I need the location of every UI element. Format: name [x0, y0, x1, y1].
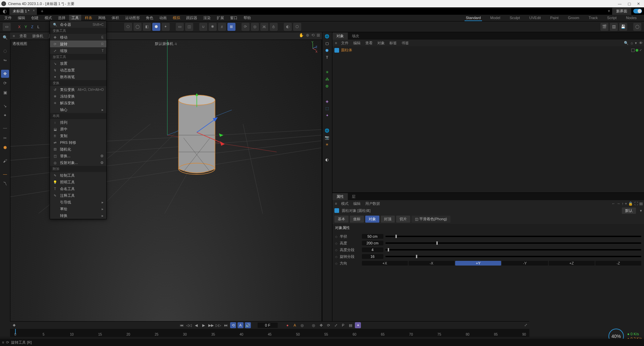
- tl-prev-key-icon[interactable]: ◁◁: [186, 322, 192, 328]
- menu-item[interactable]: ⬓居中: [50, 126, 106, 132]
- menu-volume[interactable]: 体积: [109, 15, 121, 21]
- tl-key-icon[interactable]: ◎: [299, 322, 305, 328]
- mode-script[interactable]: Script: [606, 15, 618, 21]
- mode-sculpt[interactable]: Sculpt: [508, 15, 521, 21]
- mode-nodes[interactable]: Nodes: [625, 15, 638, 21]
- menu-window[interactable]: 窗口: [228, 15, 240, 21]
- attr-menu-mode[interactable]: 模式: [339, 200, 351, 207]
- tl-step-back-icon[interactable]: ◀: [193, 322, 199, 328]
- polygon-tool-icon[interactable]: ⬢: [1, 143, 9, 152]
- mode-model[interactable]: Model: [489, 15, 501, 21]
- object-visibility-dot[interactable]: [636, 49, 638, 52]
- mode-track[interactable]: Track: [587, 15, 599, 21]
- palette-square-icon[interactable]: ▢: [325, 41, 329, 46]
- menu-item[interactable]: ✥移动E: [50, 34, 106, 41]
- attr-nav-menu-icon[interactable]: ▤: [639, 201, 643, 206]
- attr-tab-coord[interactable]: 坐标: [350, 216, 364, 223]
- palette-cube-icon[interactable]: ⬢: [325, 48, 329, 53]
- obj-menu-bookmarks[interactable]: 书签: [399, 40, 411, 46]
- tl-opt6-icon[interactable]: ▤: [347, 322, 354, 328]
- menu-mograph[interactable]: 运动图形: [123, 15, 142, 21]
- menu-item[interactable]: ✦散布画笔: [50, 73, 106, 80]
- menu-item[interactable]: ↺复位变换Alt+O, Ctrl+Alt+O: [50, 86, 106, 93]
- tl-goto-end-icon[interactable]: ⏭: [223, 322, 229, 328]
- menu-simulate[interactable]: 模拟: [170, 15, 182, 21]
- palette-effector-icon[interactable]: ✳: [326, 70, 329, 74]
- attr-nav-lock-icon[interactable]: 🔒: [628, 201, 633, 206]
- menu-item[interactable]: ↯动态放置: [50, 67, 106, 73]
- tab-takes[interactable]: 场次: [348, 33, 363, 40]
- menu-edit[interactable]: 编辑: [15, 15, 28, 21]
- vp-pan-icon[interactable]: ✋: [299, 33, 304, 38]
- timeline-key-icon[interactable]: ◆: [13, 323, 15, 327]
- height-input[interactable]: 200 cm: [362, 241, 383, 245]
- attr-tab-phong[interactable]: ◫ 平滑着色(Phong): [412, 216, 450, 223]
- tl-next-key-icon[interactable]: ▷▷: [215, 322, 221, 328]
- object-tree[interactable]: 圆柱体 ✓: [332, 46, 644, 192]
- attr-nav-target-icon[interactable]: ⌖: [625, 201, 627, 206]
- close-button[interactable]: ✕: [637, 2, 640, 6]
- object-tree-node[interactable]: 圆柱体 ✓: [334, 48, 642, 53]
- menu-item[interactable]: 轴心▸: [50, 106, 106, 113]
- obj-search-icon[interactable]: 🔍: [624, 41, 629, 45]
- vp-menu-camera[interactable]: 摄像机: [30, 33, 45, 39]
- direction-button[interactable]: +Y: [455, 261, 501, 266]
- axis-x-label[interactable]: X: [17, 25, 22, 29]
- tool-f-icon[interactable]: ⬡: [293, 23, 301, 31]
- objects-burger-icon[interactable]: ≡: [334, 41, 338, 45]
- menu-extensions[interactable]: 扩展: [214, 15, 226, 21]
- tl-settings-icon[interactable]: ✦: [355, 322, 361, 328]
- menu-spline[interactable]: 样条: [83, 15, 95, 21]
- snap-3-icon[interactable]: #: [218, 23, 226, 31]
- tl-play-icon[interactable]: ▶: [201, 322, 207, 328]
- palette-field-icon[interactable]: ◈: [326, 99, 328, 104]
- prim-cube-icon[interactable]: ⬠: [124, 23, 132, 31]
- menu-item[interactable]: 转换▸: [50, 212, 106, 219]
- search-tool-icon[interactable]: 🔍: [1, 34, 9, 42]
- palette-text-icon[interactable]: T: [326, 55, 328, 59]
- palette-camera2-icon[interactable]: 📷: [325, 135, 329, 140]
- menu-item[interactable]: ✎注释工具: [50, 192, 106, 199]
- object-layer-chip[interactable]: [631, 49, 635, 52]
- deformer-icon[interactable]: ▭: [176, 23, 184, 31]
- knife-tool-icon[interactable]: ✂: [1, 134, 9, 142]
- palette-cloner-icon[interactable]: ⁂: [325, 77, 329, 81]
- attr-tab-basic[interactable]: 基本: [334, 216, 348, 223]
- obj-filter-icon[interactable]: ▾: [635, 41, 637, 45]
- attr-menu-edit[interactable]: 编辑: [351, 200, 363, 207]
- timeline-expand-icon[interactable]: ⤢: [524, 323, 527, 327]
- attr-nav-fwd-icon[interactable]: →: [617, 201, 621, 206]
- tl-autokey-icon[interactable]: A: [292, 322, 298, 328]
- tl-opt3-icon[interactable]: ⟳: [325, 322, 331, 328]
- height-slider[interactable]: [385, 242, 642, 244]
- timeline-ruler[interactable]: 051015202530354045505560657075808590: [10, 329, 529, 337]
- snap-2-icon[interactable]: ✱: [209, 23, 217, 31]
- menu-item[interactable]: ❄冻结变换: [50, 93, 106, 100]
- tl-step-fwd-icon[interactable]: ▶▶: [208, 322, 214, 328]
- tool-e-icon[interactable]: ◐: [284, 23, 292, 31]
- attr-default-button[interactable]: 默认: [622, 208, 636, 214]
- attr-nav-up-icon[interactable]: ↑: [622, 201, 624, 206]
- menu-render[interactable]: 渲染: [201, 15, 213, 21]
- palette-material-icon[interactable]: ◐: [325, 158, 329, 162]
- prim-plane-icon[interactable]: ◧: [143, 23, 151, 31]
- render-settings-icon[interactable]: 🎬: [600, 23, 608, 31]
- maximize-button[interactable]: ▢: [628, 2, 631, 6]
- generator-icon[interactable]: ◫: [185, 23, 193, 31]
- menu-item[interactable]: 🔍命令器Shift+C: [50, 21, 106, 28]
- tool-d-icon[interactable]: ⫛: [270, 23, 278, 31]
- rot-seg-input[interactable]: 16: [362, 254, 383, 259]
- attr-nav-expand-icon[interactable]: ⛶: [634, 201, 638, 206]
- menu-mode[interactable]: 模式: [42, 15, 54, 21]
- attr-burger-icon[interactable]: ≡: [334, 201, 338, 206]
- minimize-button[interactable]: —: [618, 2, 622, 6]
- vp-grid-icon[interactable]: ⊞: [317, 33, 320, 38]
- vp-zoom-icon[interactable]: ⊕: [306, 33, 309, 38]
- menu-item[interactable]: ◎投射对象...⚙: [50, 159, 106, 166]
- menu-item[interactable]: ⎘复制: [50, 132, 106, 139]
- attr-tab-caps[interactable]: 封顶: [381, 216, 395, 223]
- tl-goto-start-icon[interactable]: ⏮: [178, 322, 184, 328]
- palette-camera-icon[interactable]: ✦: [326, 113, 329, 118]
- radius-input[interactable]: 50 cm: [362, 234, 383, 239]
- attr-nav-back-icon[interactable]: ←: [612, 201, 615, 206]
